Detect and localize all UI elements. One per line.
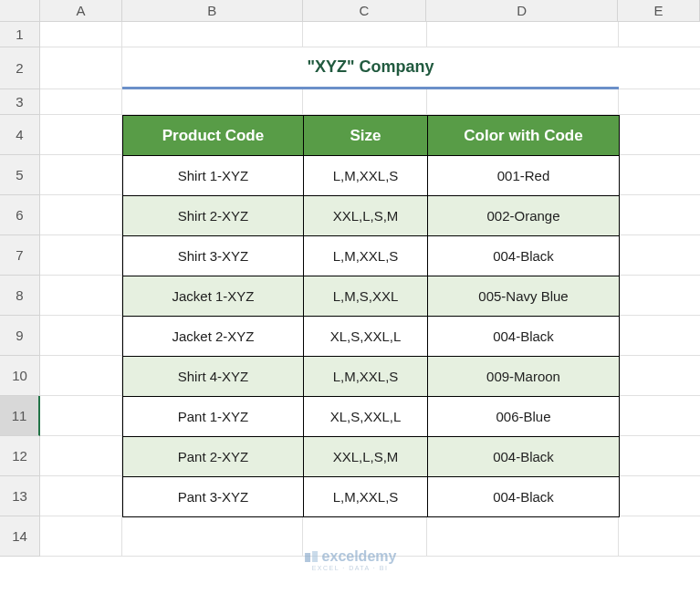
column-headers: ABCDE (40, 0, 700, 22)
row-header-5[interactable]: 5 (0, 155, 40, 195)
cell[interactable] (40, 276, 122, 316)
table-cell[interactable]: 001-Red (428, 156, 620, 196)
table-cell[interactable]: XXL,L,S,M (304, 437, 428, 477)
table-cell[interactable]: XL,S,XXL,L (304, 397, 428, 437)
cell[interactable] (40, 235, 122, 276)
cell[interactable] (619, 516, 700, 557)
select-all-corner[interactable] (0, 0, 40, 22)
table-cell[interactable]: 006-Blue (428, 397, 620, 437)
table-cell[interactable]: XXL,L,S,M (304, 196, 428, 236)
cell[interactable] (427, 89, 619, 115)
watermark-icon (304, 549, 319, 564)
table-cell[interactable]: 005-Navy Blue (428, 276, 620, 317)
cell[interactable] (619, 316, 700, 356)
cell[interactable] (40, 115, 122, 155)
cell[interactable] (40, 22, 122, 47)
table-cell[interactable]: L,M,XXL,S (304, 477, 428, 517)
row-header-12[interactable]: 12 (0, 436, 40, 476)
cell[interactable] (122, 89, 303, 115)
cell[interactable] (619, 47, 700, 89)
table-cell[interactable]: Jacket 2-XYZ (123, 317, 304, 357)
cell[interactable] (40, 516, 122, 557)
table-row: Jacket 1-XYZL,M,S,XXL005-Navy Blue (123, 276, 620, 317)
table-cell[interactable]: L,M,XXL,S (304, 236, 428, 276)
table-cell[interactable]: L,M,S,XXL (304, 276, 428, 317)
table-cell[interactable]: Jacket 1-XYZ (123, 276, 304, 317)
col-header-E[interactable]: E (618, 0, 700, 22)
table-header[interactable]: Size (304, 116, 428, 156)
col-header-A[interactable]: A (40, 0, 122, 22)
row-header-11[interactable]: 11 (0, 396, 40, 436)
table-row: Pant 3-XYZL,M,XXL,S004-Black (123, 477, 620, 517)
row-header-13[interactable]: 13 (0, 476, 40, 516)
row-header-9[interactable]: 9 (0, 316, 40, 356)
table-header[interactable]: Product Code (123, 116, 304, 156)
table-cell[interactable]: Shirt 2-XYZ (123, 196, 304, 236)
cell[interactable] (619, 436, 700, 476)
col-header-D[interactable]: D (426, 0, 618, 22)
cell[interactable] (40, 476, 122, 516)
cell[interactable] (40, 316, 122, 356)
cell[interactable] (40, 155, 122, 195)
table-cell[interactable]: XL,S,XXL,L (304, 317, 428, 357)
row-header-14[interactable]: 14 (0, 516, 40, 557)
row-header-2[interactable]: 2 (0, 47, 40, 89)
table-cell[interactable]: 004-Black (428, 437, 620, 477)
table-cell[interactable]: 004-Black (428, 317, 620, 357)
col-header-C[interactable]: C (303, 0, 427, 22)
table-cell[interactable]: Shirt 3-XYZ (123, 236, 304, 276)
cell[interactable] (619, 235, 700, 276)
row-headers: 1234567891011121314 (0, 22, 40, 557)
table-row: Shirt 4-XYZL,M,XXL,S009-Maroon (123, 357, 620, 397)
table-cell[interactable]: Pant 3-XYZ (123, 477, 304, 517)
cell[interactable] (40, 89, 122, 115)
cell[interactable] (619, 115, 700, 155)
table-row: Shirt 3-XYZL,M,XXL,S004-Black (123, 236, 620, 276)
cell[interactable] (40, 356, 122, 396)
table-cell[interactable]: Shirt 4-XYZ (123, 357, 304, 397)
table-header[interactable]: Color with Code (428, 116, 620, 156)
watermark-logo: exceldemy (304, 548, 397, 565)
watermark: exceldemy EXCEL · DATA · BI (304, 548, 397, 571)
col-header-B[interactable]: B (122, 0, 303, 22)
table-cell[interactable]: L,M,XXL,S (304, 357, 428, 397)
cell[interactable] (303, 89, 427, 115)
row-header-3[interactable]: 3 (0, 89, 40, 115)
table-header-row: Product CodeSizeColor with Code (123, 116, 620, 156)
row-header-8[interactable]: 8 (0, 276, 40, 316)
cell[interactable] (122, 22, 303, 47)
row-header-7[interactable]: 7 (0, 235, 40, 276)
table-row: Shirt 1-XYZL,M,XXL,S001-Red (123, 156, 620, 196)
cell[interactable] (619, 356, 700, 396)
cell[interactable] (40, 47, 122, 89)
row-header-6[interactable]: 6 (0, 195, 40, 235)
cell[interactable] (427, 22, 619, 47)
table-cell[interactable]: Shirt 1-XYZ (123, 156, 304, 196)
cell[interactable] (40, 396, 122, 436)
row-header-4[interactable]: 4 (0, 115, 40, 155)
table-cell[interactable]: 002-Orange (428, 196, 620, 236)
row-header-1[interactable]: 1 (0, 22, 40, 47)
cell[interactable] (619, 195, 700, 235)
table-cell[interactable]: Pant 1-XYZ (123, 397, 304, 437)
table-cell[interactable]: L,M,XXL,S (304, 156, 428, 196)
cell[interactable] (619, 276, 700, 316)
cell[interactable] (619, 155, 700, 195)
cell[interactable] (303, 22, 427, 47)
cell[interactable] (619, 396, 700, 436)
cell[interactable] (40, 436, 122, 476)
cell[interactable] (619, 22, 700, 47)
table-cell[interactable]: 004-Black (428, 236, 620, 276)
cell[interactable] (427, 516, 619, 557)
cell[interactable] (619, 89, 700, 115)
company-title: "XYZ" Company (122, 47, 619, 89)
table-cell[interactable]: Pant 2-XYZ (123, 437, 304, 477)
cell[interactable] (40, 195, 122, 235)
table-cell[interactable]: 009-Maroon (428, 357, 620, 397)
table-cell[interactable]: 004-Black (428, 477, 620, 517)
cell[interactable] (122, 516, 303, 557)
cell[interactable] (619, 476, 700, 516)
table-row: Pant 2-XYZXXL,L,S,M004-Black (123, 437, 620, 477)
row-header-10[interactable]: 10 (0, 356, 40, 396)
table-body: Shirt 1-XYZL,M,XXL,S001-RedShirt 2-XYZXX… (123, 156, 620, 517)
